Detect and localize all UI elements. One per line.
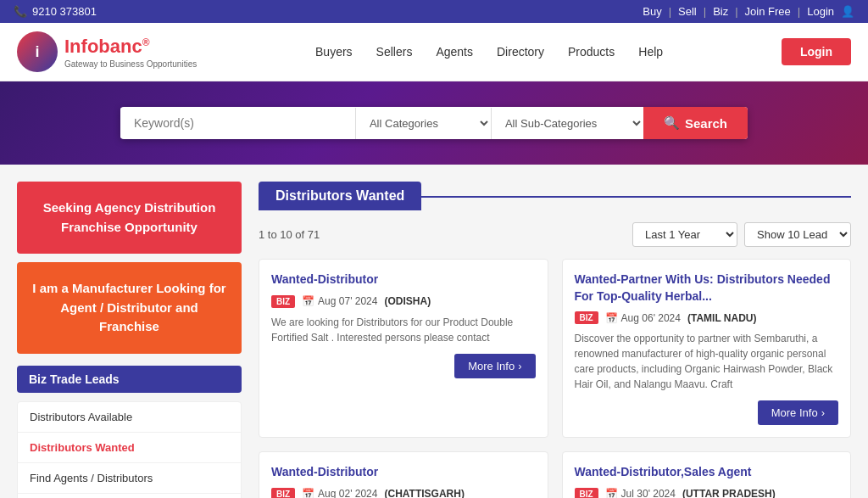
phone-number: 9210 373801 [32,5,97,18]
listing-title[interactable]: Wanted-Distributor,Sales Agent [575,464,839,481]
listing-meta: BIZ 📅 Aug 06' 2024 (TAMIL NADU) [575,311,839,324]
listing-desc: Discover the opportunity to partner with… [575,331,839,392]
listing-date: 📅 Jul 30' 2024 [605,488,676,498]
results-filters: Last 1 Month Last 3 Months Last 6 Months… [632,222,851,247]
listing-title[interactable]: Wanted-Distributor [271,271,536,288]
listing-location: (UTTAR PRADESH) [682,488,776,498]
listing-card: Wanted-Partner With Us: Distributors Nee… [562,259,852,438]
listing-title[interactable]: Wanted-Distributor [271,464,536,481]
logo-icon: i [17,31,58,72]
top-bar-left: 📞 9210 373801 [14,5,97,18]
nav-buyers[interactable]: Buyers [315,45,353,59]
nav-directory[interactable]: Directory [497,45,544,59]
login-link-topbar[interactable]: Login [807,5,834,18]
biz-link[interactable]: Biz [713,5,728,18]
sell-link[interactable]: Sell [678,5,697,18]
search-bar: All Categories All Sub-Categories 🔍 Sear… [120,107,748,139]
search-input[interactable] [120,108,355,138]
listing-meta: BIZ 📅 Aug 07' 2024 (ODISHA) [271,295,536,308]
nav-products[interactable]: Products [568,45,615,59]
nav-agents[interactable]: Agents [436,45,473,59]
calendar-icon: 📅 [605,488,618,498]
nav-help[interactable]: Help [638,45,663,59]
biz-badge: BIZ [271,488,295,498]
user-icon: 👤 [841,5,854,18]
logo-subtitle: Gateway to Business Opportunities [64,59,197,69]
listing-location: (TAMIL NADU) [687,312,757,324]
listing-desc: We are looking for Distributors for our … [271,315,536,345]
banner: All Categories All Sub-Categories 🔍 Sear… [0,81,868,165]
listing-title[interactable]: Wanted-Partner With Us: Distributors Nee… [575,271,839,305]
listing-meta: BIZ 📅 Jul 30' 2024 (UTTAR PRADESH) [575,488,839,498]
more-info-button[interactable]: More Info › [758,400,838,425]
calendar-icon: 📅 [605,312,618,324]
logo: i Infobanc® Gateway to Business Opportun… [17,31,197,72]
logo-text: Infobanc® [64,36,150,57]
top-bar: 📞 9210 373801 Buy | Sell | Biz | Join Fr… [0,0,868,23]
listing-date: 📅 Aug 02' 2024 [302,488,377,498]
listing-date: 📅 Aug 06' 2024 [605,312,681,324]
manufacturer-card[interactable]: I am a Manufacturer Looking for Agent / … [17,262,242,354]
content-title-line [421,196,851,198]
login-button[interactable]: Login [782,38,851,65]
nav-sellers[interactable]: Sellers [376,45,413,59]
listing-meta: BIZ 📅 Aug 02' 2024 (CHATTISGARH) [271,488,536,498]
listing-date: 📅 Aug 07' 2024 [302,295,377,307]
content-area: Distributors Wanted 1 to 10 of 71 Last 1… [242,182,851,498]
listings-grid: Wanted-Distributor BIZ 📅 Aug 07' 2024 (O… [259,259,851,498]
results-count: 1 to 10 of 71 [259,228,320,241]
leads-filter-select[interactable]: Show 10 Lead Show 20 Lead Show 50 Lead [744,222,851,247]
phone-icon: 📞 [14,5,27,18]
buy-link[interactable]: Buy [643,5,661,18]
arrow-icon: › [518,360,521,372]
content-title-tab: Distributors Wanted [259,182,421,210]
seeking-agency-card[interactable]: Seeking Agency Distribution Franchise Op… [17,182,242,254]
join-free-link[interactable]: Join Free [745,5,791,18]
listing-location: (ODISHA) [384,295,431,307]
listing-location: (CHATTISGARH) [384,488,464,498]
sidebar: Seeking Agency Distribution Franchise Op… [17,182,242,498]
sidebar-item-distributors-wanted[interactable]: Distributors Wanted [18,433,241,463]
header: i Infobanc® Gateway to Business Opportun… [0,23,868,81]
main-nav: Buyers Sellers Agents Directory Products… [222,45,756,59]
arrow-icon: › [821,406,825,419]
time-filter-select[interactable]: Last 1 Month Last 3 Months Last 6 Months… [632,222,737,247]
biz-badge: BIZ [575,311,598,324]
biz-trade-leads-title: Biz Trade Leads [17,366,242,393]
sidebar-item-get-agency[interactable]: Get Agency / Distribution / Franchise [18,494,241,499]
main-content: Seeking Agency Distribution Franchise Op… [0,165,868,498]
category-select[interactable]: All Categories [355,108,491,139]
logo-image[interactable]: i Infobanc® Gateway to Business Opportun… [17,31,197,72]
more-info-button[interactable]: More Info › [454,354,535,378]
sidebar-item-distributors-available[interactable]: Distributors Available [18,402,241,433]
listing-card: Wanted-Distributor BIZ 📅 Aug 02' 2024 (C… [259,451,548,498]
listing-card: Wanted-Distributor BIZ 📅 Aug 07' 2024 (O… [259,259,548,438]
search-button[interactable]: 🔍 Search [643,107,748,139]
subcategory-select[interactable]: All Sub-Categories [491,108,643,139]
calendar-icon: 📅 [302,488,314,498]
listing-card: Wanted-Distributor,Sales Agent BIZ 📅 Jul… [562,451,852,498]
results-bar: 1 to 10 of 71 Last 1 Month Last 3 Months… [259,222,851,247]
calendar-icon: 📅 [302,295,314,307]
sidebar-list: Distributors Available Distributors Want… [17,401,242,499]
biz-badge: BIZ [575,488,598,498]
search-icon: 🔍 [664,115,680,131]
biz-badge: BIZ [271,295,295,308]
sidebar-item-find-agents[interactable]: Find Agents / Distributors [18,463,241,494]
top-bar-right: Buy | Sell | Biz | Join Free | Login 👤 [643,5,854,18]
content-header: Distributors Wanted [259,182,851,210]
